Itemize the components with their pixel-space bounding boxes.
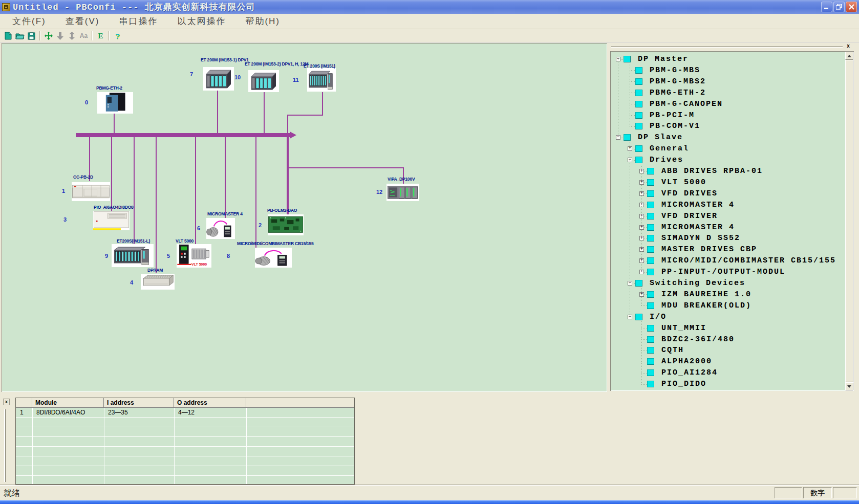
- device-address-1: 1: [62, 188, 65, 194]
- network-diagram-canvas[interactable]: PBMG-ETH-20ET 200M (IM153-1) DPV17ET 200…: [2, 43, 607, 392]
- pan-move-icon[interactable]: [42, 31, 54, 41]
- restore-button[interactable]: [833, 2, 845, 12]
- tree-expander-minus-icon[interactable]: −: [616, 135, 620, 140]
- device-et-200m-im153-2-dpv1-h-12m[interactable]: [248, 70, 279, 92]
- device-type-icon: [635, 145, 642, 152]
- tree-item-master-drives-cbp[interactable]: MASTER DRIVES CBP: [661, 244, 757, 255]
- arrow-down-icon[interactable]: [54, 31, 66, 41]
- device-type-icon: [635, 314, 642, 320]
- scroll-up-button[interactable]: [845, 52, 853, 60]
- column-header-i-address[interactable]: I address: [104, 398, 174, 408]
- tree-item-pp-input-output-modul[interactable]: PP-INPUT-/OUTPUT-MODUL: [661, 267, 785, 277]
- panel-close-button[interactable]: x: [845, 43, 852, 50]
- bottom-panel-close-button[interactable]: x: [3, 399, 10, 405]
- open-icon[interactable]: [14, 31, 26, 41]
- new-icon[interactable]: [2, 31, 14, 41]
- tree-item-pb-com-v1[interactable]: PB-COM-V1: [650, 121, 700, 132]
- tree-guide-line: [630, 93, 630, 104]
- motor-drive-icon: [255, 248, 292, 268]
- device-label-micro-midi-combimaster-cb15-155: MICRO/MIDI/COMBIMASTER CB15/155: [237, 241, 314, 246]
- tree-expander-minus-icon[interactable]: −: [628, 315, 632, 319]
- device-type-icon: [635, 123, 642, 129]
- tree-item-switching-devices[interactable]: Switching Devices: [650, 278, 745, 289]
- device-pio-ai6ao4di8do8[interactable]: [93, 211, 130, 230]
- help-icon[interactable]: ?: [112, 31, 123, 41]
- tree-item-vfd-drives[interactable]: VFD DRIVES: [661, 188, 718, 199]
- tree-item-simadyn-d-ss52[interactable]: SIMADYN D SS52: [661, 233, 740, 244]
- tree-scrollbar[interactable]: [845, 52, 853, 390]
- tree-item-pbmg-eth-2[interactable]: PBMG-ETH-2: [650, 87, 706, 98]
- tree-item-abb-drives-rpba-01[interactable]: ABB DRIVES RPBA-01: [661, 166, 763, 177]
- device-micromaster-4[interactable]: [206, 218, 235, 239]
- tree-item-izm-baureihe-1-0[interactable]: IZM BAUREIHE 1.0: [661, 289, 751, 300]
- module-table: ModuleI addressO address18DI/8DO/6AI/4AO…: [15, 398, 355, 485]
- tree-item-dp-slave[interactable]: DP Slave: [638, 132, 683, 143]
- close-icon: [849, 4, 854, 10]
- close-button[interactable]: [846, 2, 857, 12]
- menu-item-[interactable]: 以太网操作: [171, 14, 232, 28]
- tree-item-bdzc2-36i-480[interactable]: BDZC2-36I/480: [661, 334, 735, 345]
- device-pbmg-eth-2[interactable]: [97, 92, 133, 114]
- tree-item-micromaster-4[interactable]: MICROMASTER 4: [661, 200, 735, 210]
- tree-item-micro-midi-combimaster-cb15-155[interactable]: MICRO/MIDI/COMBIMASTER CB15/155: [661, 255, 836, 266]
- tree-item-pbm-g-mbs[interactable]: PBM-G-MBS: [650, 65, 700, 76]
- menu-item-f[interactable]: 文件(F): [6, 14, 52, 28]
- column-header-module[interactable]: Module: [32, 398, 104, 408]
- device-vipa-dp100v[interactable]: [386, 184, 419, 201]
- tree-item-pbm-g-canopen[interactable]: PBM-G-CANOPEN: [650, 99, 723, 109]
- e-symbol-icon[interactable]: E: [95, 31, 106, 41]
- tree-item-micromaster-4[interactable]: MICROMASTER 4: [661, 222, 735, 233]
- font-aa-icon[interactable]: Aa: [78, 31, 90, 41]
- device-cc-pb-2d[interactable]: [72, 182, 110, 201]
- tree-item-drives[interactable]: Drives: [650, 155, 683, 165]
- minimize-button[interactable]: [821, 2, 832, 12]
- device-type-icon: [647, 291, 654, 298]
- tree-guide-line: [630, 115, 635, 116]
- panel-gripper[interactable]: [611, 46, 843, 48]
- column-header-blank-0[interactable]: [16, 398, 32, 408]
- catalog-panel-header: x: [610, 43, 854, 51]
- save-icon[interactable]: [26, 31, 37, 41]
- arrow-up-down-icon[interactable]: [66, 31, 78, 41]
- tree-item-unt-mmii[interactable]: UNT_MMII: [661, 323, 706, 334]
- scroll-down-button[interactable]: [845, 382, 853, 390]
- table-row-1[interactable]: 18DI/8DO/6AI/4AO23—354—12: [16, 408, 354, 418]
- device-et-200m-im153-1-dpv1[interactable]: [203, 67, 234, 91]
- menu-item-v[interactable]: 查看(V): [59, 14, 106, 28]
- tree-item-pio-ai1284[interactable]: PIO_AI1284: [661, 367, 718, 378]
- plc-rack-m-icon: [203, 67, 234, 91]
- tree-item-dp-master[interactable]: DP Master: [638, 54, 689, 64]
- device-type-icon: [647, 302, 654, 309]
- device-type-icon: [647, 213, 654, 220]
- tree-item-vfd-driver[interactable]: VFD DRIVER: [661, 211, 718, 222]
- tree-item-general[interactable]: General: [650, 143, 689, 154]
- bottom-panel-gripper[interactable]: [4, 409, 6, 482]
- device-pb-oem2-bao[interactable]: [268, 214, 304, 235]
- column-header-o-address[interactable]: O address: [174, 398, 246, 408]
- device-type-icon: [635, 78, 642, 85]
- scroll-thumb[interactable]: [845, 60, 853, 382]
- device-type-icon: [635, 90, 642, 96]
- tree-item-pio-dido[interactable]: PIO_DIDO: [661, 379, 706, 389]
- arrow-down-icon: [847, 385, 851, 388]
- tree-expander-plus-icon[interactable]: +: [639, 270, 644, 274]
- tree-item-vlt-5000[interactable]: VLT 5000: [661, 177, 706, 188]
- device-dpram[interactable]: [141, 274, 175, 290]
- column-header-blank-4[interactable]: [246, 398, 354, 408]
- device-et200s-im151-l[interactable]: [112, 244, 154, 267]
- tree-item-alpha2000[interactable]: ALPHA2000: [661, 356, 712, 367]
- tree-item-mdu-breaker-old[interactable]: MDU BREAKER(OLD): [661, 300, 751, 311]
- menu-item-[interactable]: 串口操作: [113, 14, 164, 28]
- tree-item-cqth[interactable]: CQTH: [661, 345, 684, 356]
- table-body: 18DI/8DO/6AI/4AO23—354—12: [16, 408, 354, 484]
- tree-item-pb-pci-m[interactable]: PB-PCI-M: [650, 110, 695, 121]
- tree-guide-line: [630, 104, 630, 115]
- device-micro-midi-combimaster-cb15-155[interactable]: [255, 248, 292, 268]
- tree-item-i-o[interactable]: I/O: [650, 312, 667, 322]
- device-et-200s-im151[interactable]: [307, 68, 336, 92]
- window-title: Untitled - PBConfi --- 北京鼎实创新科技有限公司: [13, 1, 255, 13]
- device-type-icon: [647, 235, 654, 242]
- menu-item-h[interactable]: 帮助(H): [239, 14, 286, 28]
- tree-item-pbm-g-mbs2[interactable]: PBM-G-MBS2: [650, 76, 706, 87]
- device-label-pio-ai6ao4di8do8: PIO_AI6AO4DI8DO8: [94, 205, 134, 210]
